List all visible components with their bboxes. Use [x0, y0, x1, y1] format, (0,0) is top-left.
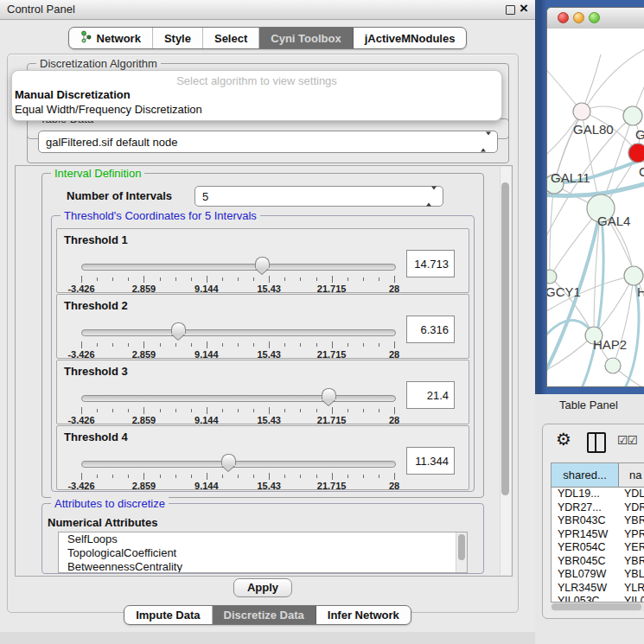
network-node[interactable] — [623, 106, 642, 125]
slider-tick — [363, 343, 364, 347]
slider-track[interactable] — [81, 264, 396, 271]
slider-ticks — [81, 407, 394, 414]
slider-tick — [332, 276, 333, 283]
network-node[interactable] — [547, 270, 557, 284]
number-of-intervals-combobox[interactable]: 5 — [194, 186, 443, 207]
tab-label: Cyni Toolbox — [271, 32, 341, 45]
cell-shared-name[interactable]: YER054C — [552, 541, 619, 555]
threshold-slider[interactable]: -3.4262.8599.14415.4321.71528 — [81, 257, 394, 291]
zoom-traffic-light-icon[interactable] — [589, 12, 600, 23]
cell-shared-name[interactable]: YBR043C — [552, 514, 619, 528]
cell-shared-name[interactable]: YDR27... — [552, 501, 619, 515]
dropdown-option-manual-discretization[interactable]: Manual Discretization — [15, 88, 131, 101]
combo-stepper-icon[interactable] — [481, 136, 491, 149]
slider-thumb[interactable] — [255, 257, 270, 268]
table-row[interactable]: YDL19...YDL1 — [552, 488, 644, 501]
slider-tick — [160, 343, 161, 347]
tab-jactivemnodules[interactable]: jActiveMNodules — [354, 28, 467, 48]
bottom-tab-impute-data[interactable]: Impute Data — [124, 606, 212, 624]
threshold-slider[interactable]: -3.4262.8599.14415.4321.71528 — [81, 322, 394, 357]
cell-name[interactable]: YBR0 — [619, 514, 644, 528]
cell-name[interactable]: YDR2 — [619, 501, 644, 515]
network-node[interactable] — [628, 143, 644, 163]
numerical-attributes-list[interactable]: SelfLoopsTopologicalCoefficientBetweenne… — [58, 532, 468, 573]
combo-stepper-icon[interactable] — [426, 190, 437, 203]
network-icon — [80, 30, 92, 43]
node-attribute-table[interactable]: shared... na YDL19...YDL1YDR27...YDR2YBR… — [551, 462, 644, 603]
bottom-tab-infer-network[interactable]: Infer Network — [316, 606, 411, 624]
slider-tick — [253, 343, 254, 347]
select-columns-icons[interactable]: ☑☑ — [617, 433, 637, 447]
settings-scrollbar[interactable] — [500, 167, 511, 575]
dropdown-option-equal-width-frequency-discretization[interactable]: Equal Width/Frequency Discretization — [15, 103, 202, 116]
float-window-icon[interactable] — [506, 5, 515, 15]
slider-tick — [379, 409, 379, 412]
cell-name[interactable]: YIL0 — [619, 595, 644, 603]
column-header-shared-name[interactable]: shared... — [552, 463, 619, 487]
threshold-slider[interactable]: -3.4262.8599.14415.4321.71528 — [81, 388, 394, 423]
slider-thumb[interactable] — [171, 322, 186, 334]
cell-shared-name[interactable]: YPR145W — [552, 528, 619, 542]
tab-cyni-toolbox[interactable]: Cyni Toolbox — [259, 28, 353, 48]
cell-name[interactable]: YLR3 — [619, 582, 644, 596]
threshold-value-field[interactable]: 14.713 — [406, 250, 455, 277]
table-scrollbar-thumb[interactable] — [552, 603, 641, 610]
table-row[interactable]: YER054CYER0 — [552, 541, 644, 555]
table-row[interactable]: YIL053CYIL0 — [552, 595, 644, 603]
network-node[interactable] — [624, 266, 643, 285]
slider-track[interactable] — [81, 329, 396, 336]
slider-tick — [269, 473, 270, 480]
close-traffic-light-icon[interactable] — [558, 12, 569, 23]
attribute-item-selfloops[interactable]: SelfLoops — [59, 532, 467, 546]
slider-thumb[interactable] — [221, 454, 236, 465]
threshold-slider[interactable]: -3.4262.8599.14415.4321.71528 — [81, 454, 394, 488]
tab-style[interactable]: Style — [153, 28, 203, 48]
network-node[interactable] — [573, 103, 590, 120]
network-node[interactable] — [605, 358, 621, 373]
slider-thumb[interactable] — [322, 388, 336, 399]
table-data-combobox[interactable]: galFiltered.sif default node — [38, 131, 498, 153]
slider-track[interactable] — [81, 461, 396, 468]
settings-scrollbar-thumb[interactable] — [501, 182, 509, 495]
table-row[interactable]: YDR27...YDR2 — [552, 501, 644, 515]
cell-name[interactable]: YBL0 — [619, 568, 644, 582]
threshold-value-field[interactable]: 6.316 — [406, 316, 455, 343]
table-row[interactable]: YPR145WYPR1 — [552, 528, 644, 542]
cell-name[interactable]: YPR1 — [619, 528, 644, 542]
table-row[interactable]: YLR345WYLR3 — [552, 582, 644, 596]
minimize-traffic-light-icon[interactable] — [573, 12, 584, 23]
cell-shared-name[interactable]: YBL079W — [552, 568, 619, 582]
cell-shared-name[interactable]: YIL053C — [552, 595, 619, 603]
threshold-value-field[interactable]: 11.344 — [406, 447, 455, 475]
table-horizontal-scrollbar[interactable] — [551, 603, 644, 611]
columns-icon[interactable] — [587, 432, 606, 453]
slider-tick — [332, 341, 333, 348]
bottom-tab-discretize-data[interactable]: Discretize Data — [213, 606, 316, 624]
table-row[interactable]: YBR045CYBR0 — [552, 555, 644, 569]
cell-name[interactable]: YBR0 — [619, 555, 644, 569]
attributes-group: Attributes to discretize Numerical Attri… — [41, 503, 484, 574]
gear-icon[interactable]: ⚙ — [556, 429, 571, 450]
tab-network[interactable]: Network — [69, 28, 153, 48]
table-row[interactable]: YBR043CYBR0 — [552, 514, 644, 528]
table-row[interactable]: YBL079WYBL0 — [552, 568, 644, 582]
network-canvas[interactable]: GAL80GACGAL11GAL4GCY1HHAP2 — [547, 29, 644, 386]
attribute-item-topologicalcoefficient[interactable]: TopologicalCoefficient — [59, 546, 467, 560]
app-root: { "control_panel": { "title": "Control P… — [0, 0, 644, 644]
cell-shared-name[interactable]: YBR045C — [552, 555, 619, 569]
cell-shared-name[interactable]: YDL19... — [552, 488, 619, 501]
close-icon[interactable]: × — [520, 0, 528, 18]
list-scrollbar-thumb[interactable] — [458, 534, 465, 560]
dropdown-placeholder: Select algorithm to view settings — [12, 74, 501, 87]
slider-track[interactable] — [81, 395, 396, 402]
threshold-value-field[interactable]: 21.4 — [406, 381, 455, 409]
cell-shared-name[interactable]: YLR345W — [552, 582, 619, 596]
list-scrollbar[interactable] — [456, 532, 467, 572]
apply-button[interactable]: Apply — [233, 578, 292, 597]
cell-name[interactable]: YER0 — [619, 541, 644, 555]
attribute-item-betweennesscentrality[interactable]: BetweennessCentrality — [59, 560, 467, 573]
attributes-group-title: Attributes to discretize — [51, 497, 169, 510]
column-header-name[interactable]: na — [619, 463, 644, 487]
tab-select[interactable]: Select — [203, 28, 259, 48]
cell-name[interactable]: YDL1 — [619, 488, 644, 501]
